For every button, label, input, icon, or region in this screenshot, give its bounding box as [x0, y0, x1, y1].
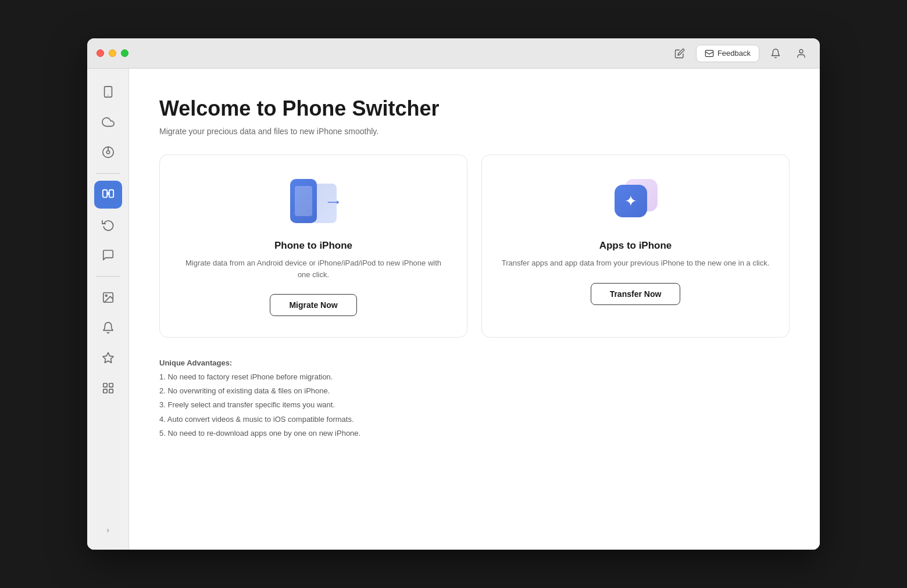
close-button[interactable] [97, 49, 104, 57]
titlebar-actions: Feedback [670, 44, 810, 63]
sidebar-expand-button[interactable]: › [94, 519, 122, 540]
user-icon-button[interactable] [792, 44, 810, 63]
sidebar-item-history[interactable] [94, 211, 122, 239]
phone-to-iphone-title: Phone to iPhone [274, 240, 352, 252]
svg-point-5 [106, 150, 110, 154]
advantage-item: 2. No overwriting of existing data & fil… [159, 386, 790, 396]
feedback-label: Feedback [717, 49, 751, 58]
svg-rect-12 [109, 383, 112, 387]
sidebar-divider-2 [97, 276, 120, 277]
sidebar-item-photos[interactable] [94, 284, 122, 311]
advantage-item: 1. No need to factory reset iPhone befor… [159, 372, 790, 382]
sidebar-bottom: › [94, 519, 122, 540]
apps-to-iphone-icon: ✦ [609, 176, 662, 228]
sidebar-item-music[interactable] [94, 138, 122, 166]
cards-row: ⟶ Phone to iPhone Migrate data from an A… [159, 155, 790, 338]
transfer-arrow-icon: ⟶ [327, 198, 339, 207]
svg-rect-0 [705, 50, 713, 56]
traffic-lights [97, 49, 128, 57]
svg-point-1 [799, 49, 803, 53]
edit-icon-button[interactable] [670, 44, 689, 63]
apps-to-iphone-card: ✦ Apps to iPhone Transfer apps and app d… [481, 155, 790, 338]
phone-front-icon [290, 179, 317, 223]
sidebar-item-phone[interactable] [94, 78, 122, 106]
sidebar: › [87, 69, 129, 550]
svg-rect-8 [109, 190, 113, 198]
apps-front-icon: ✦ [615, 185, 647, 217]
content-area: Welcome to Phone Switcher Migrate your p… [129, 69, 820, 550]
apps-to-iphone-desc: Transfer apps and app data from your pre… [502, 257, 770, 269]
phone-to-iphone-card: ⟶ Phone to iPhone Migrate data from an A… [159, 155, 467, 338]
page-title: Welcome to Phone Switcher [159, 96, 790, 121]
feedback-button[interactable]: Feedback [696, 45, 759, 62]
svg-rect-13 [103, 389, 106, 393]
apps-to-iphone-title: Apps to iPhone [599, 240, 672, 252]
phone-to-iphone-icon: ⟶ [287, 176, 340, 228]
sidebar-item-notifications[interactable] [94, 314, 122, 342]
advantage-item: 5. No need to re-download apps one by on… [159, 428, 790, 439]
main-layout: › Welcome to Phone Switcher Migrate your… [87, 69, 820, 550]
maximize-button[interactable] [121, 49, 128, 57]
minimize-button[interactable] [109, 49, 116, 57]
sidebar-item-messages[interactable] [94, 241, 122, 269]
transfer-now-button[interactable]: Transfer Now [591, 283, 681, 305]
svg-rect-2 [104, 87, 112, 97]
advantages-list: 1. No need to factory reset iPhone befor… [159, 372, 790, 439]
svg-rect-11 [103, 383, 106, 387]
advantage-item: 4. Auto convert videos & music to iOS co… [159, 414, 790, 425]
migrate-now-button[interactable]: Migrate Now [270, 294, 356, 316]
sidebar-item-cloud[interactable] [94, 108, 122, 136]
sidebar-divider-1 [97, 173, 120, 174]
advantages-section: Unique Advantages: 1. No need to factory… [159, 358, 790, 439]
sidebar-item-appstore[interactable] [94, 344, 122, 372]
page-subtitle: Migrate your precious data and files to … [159, 127, 790, 136]
advantage-item: 3. Freely select and transfer specific i… [159, 400, 790, 410]
sidebar-item-transfer[interactable] [94, 181, 122, 209]
svg-rect-14 [109, 389, 112, 393]
titlebar: Feedback [87, 38, 820, 69]
sidebar-item-layers[interactable] [94, 374, 122, 402]
svg-rect-7 [102, 190, 106, 198]
app-window: Feedback [87, 38, 820, 550]
phone-to-iphone-desc: Migrate data from an Android device or i… [178, 257, 448, 280]
appstore-symbol: ✦ [624, 192, 637, 210]
svg-point-10 [105, 295, 107, 296]
notification-icon-button[interactable] [766, 44, 785, 63]
advantages-title: Unique Advantages: [159, 358, 790, 367]
